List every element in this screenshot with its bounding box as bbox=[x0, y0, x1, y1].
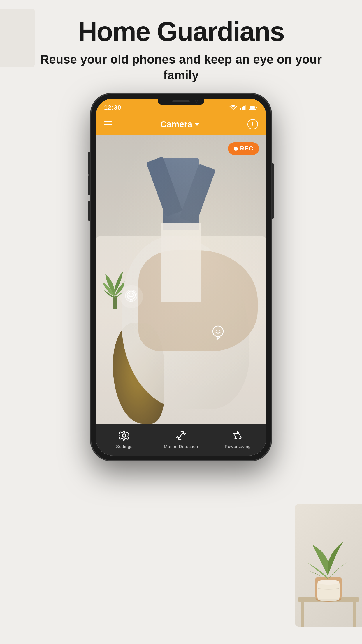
chevron-down-icon bbox=[195, 123, 199, 126]
nav-label-settings: Settings bbox=[116, 444, 133, 449]
svg-rect-11 bbox=[243, 106, 245, 110]
nav-label-powersaving: Powersaving bbox=[225, 444, 251, 449]
nav-label-motion: Motion Detection bbox=[164, 444, 198, 449]
svg-point-8 bbox=[233, 109, 234, 110]
app-title: Home Guardians bbox=[23, 18, 339, 46]
svg-line-24 bbox=[178, 431, 184, 440]
svg-rect-10 bbox=[242, 107, 243, 110]
svg-rect-2 bbox=[353, 602, 356, 626]
bg-plant-decoration bbox=[295, 504, 362, 626]
svg-point-21 bbox=[213, 326, 223, 337]
phone-device: 12:30 bbox=[91, 93, 271, 461]
app-bar-title-area[interactable]: Camera bbox=[160, 119, 199, 129]
alert-circle-icon[interactable]: ! bbox=[247, 119, 258, 130]
app-bar-title-text: Camera bbox=[160, 119, 192, 129]
svg-rect-12 bbox=[245, 105, 246, 110]
svg-point-20 bbox=[133, 294, 134, 296]
status-time: 12:30 bbox=[104, 104, 121, 111]
power-button bbox=[272, 187, 274, 219]
svg-point-22 bbox=[216, 330, 217, 331]
emoji-laugh-bubble bbox=[120, 285, 143, 308]
phone-shell: 12:30 bbox=[91, 93, 271, 461]
rec-dot bbox=[234, 147, 238, 151]
rec-label: REC bbox=[240, 145, 253, 152]
hamburger-menu-button[interactable] bbox=[104, 121, 112, 127]
app-subtitle: Reuse your old phones and keep an eye on… bbox=[23, 52, 339, 83]
warm-light-overlay bbox=[96, 135, 266, 424]
header-section: Home Guardians Reuse your old phones and… bbox=[0, 18, 362, 83]
gear-icon bbox=[119, 430, 129, 442]
volume-button bbox=[88, 175, 90, 195]
emoji-smile-bubble bbox=[208, 322, 229, 343]
svg-rect-14 bbox=[256, 107, 257, 108]
svg-point-19 bbox=[128, 294, 129, 296]
signal-icon bbox=[240, 105, 246, 110]
svg-rect-15 bbox=[250, 106, 255, 109]
svg-point-23 bbox=[219, 330, 220, 331]
battery-icon bbox=[249, 105, 258, 110]
bottom-nav: Settings bbox=[96, 424, 266, 456]
power-icon bbox=[233, 430, 243, 442]
status-icons bbox=[229, 105, 258, 111]
svg-rect-9 bbox=[240, 108, 241, 110]
phone-notch bbox=[158, 99, 204, 105]
nav-item-settings[interactable]: Settings bbox=[96, 430, 153, 449]
volume-button-down bbox=[88, 201, 90, 221]
rec-button[interactable]: REC bbox=[228, 142, 259, 155]
svg-point-7 bbox=[317, 580, 340, 584]
svg-rect-1 bbox=[301, 602, 304, 626]
nav-item-motion-detection[interactable]: Motion Detection bbox=[153, 430, 210, 449]
motion-icon bbox=[176, 430, 186, 442]
nav-item-powersaving[interactable]: Powersaving bbox=[209, 430, 266, 449]
phone-screen: 12:30 bbox=[96, 99, 266, 456]
app-bar: Camera ! bbox=[96, 114, 266, 135]
photo-scene bbox=[96, 135, 266, 424]
svg-rect-6 bbox=[317, 582, 340, 599]
wifi-icon bbox=[229, 105, 237, 111]
camera-view: REC bbox=[96, 135, 266, 424]
